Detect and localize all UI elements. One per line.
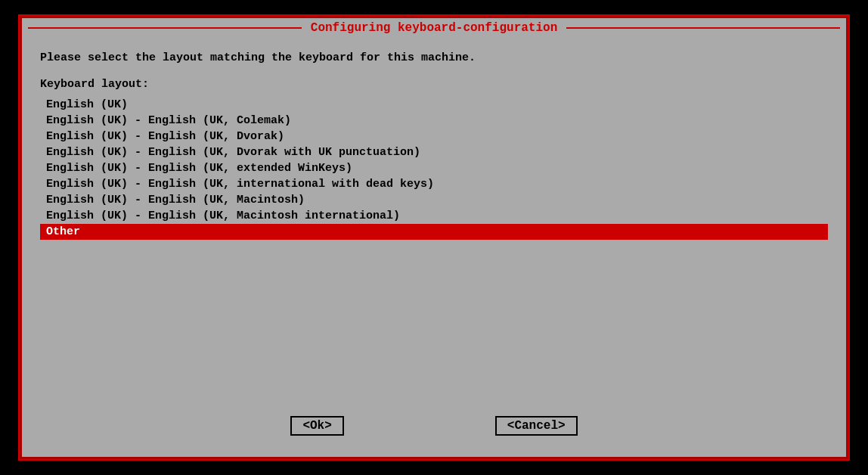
dialog-body: Please select the layout matching the ke… — [22, 38, 846, 457]
list-item-english-uk-international[interactable]: English (UK) - English (UK, internationa… — [40, 176, 828, 192]
dialog: Configuring keyboard-configuration Pleas… — [22, 18, 846, 457]
button-bar: <Ok> <Cancel> — [40, 404, 828, 445]
dialog-title: Configuring keyboard-configuration — [302, 21, 566, 35]
dialog-description: Please select the layout matching the ke… — [40, 50, 828, 66]
list-item-english-uk-colemak[interactable]: English (UK) - English (UK, Colemak) — [40, 113, 828, 129]
list-item-english-uk-macintosh-intl[interactable]: English (UK) - English (UK, Macintosh in… — [40, 208, 828, 224]
list-item-english-uk-dvorak[interactable]: English (UK) - English (UK, Dvorak) — [40, 129, 828, 144]
title-bar: Configuring keyboard-configuration — [22, 18, 846, 38]
keyboard-layout-list: English (UK)English (UK) - English (UK, … — [40, 97, 828, 398]
list-item-other[interactable]: Other — [40, 224, 828, 240]
cancel-button[interactable]: <Cancel> — [495, 416, 578, 436]
outer-border: Configuring keyboard-configuration Pleas… — [18, 14, 850, 461]
list-item-english-uk[interactable]: English (UK) — [40, 97, 828, 113]
section-label: Keyboard layout: — [40, 78, 828, 91]
ok-button[interactable]: <Ok> — [290, 416, 343, 436]
list-item-english-uk-extended[interactable]: English (UK) - English (UK, extended Win… — [40, 160, 828, 176]
list-item-english-uk-macintosh[interactable]: English (UK) - English (UK, Macintosh) — [40, 192, 828, 208]
list-item-english-uk-dvorak-uk[interactable]: English (UK) - English (UK, Dvorak with … — [40, 144, 828, 160]
